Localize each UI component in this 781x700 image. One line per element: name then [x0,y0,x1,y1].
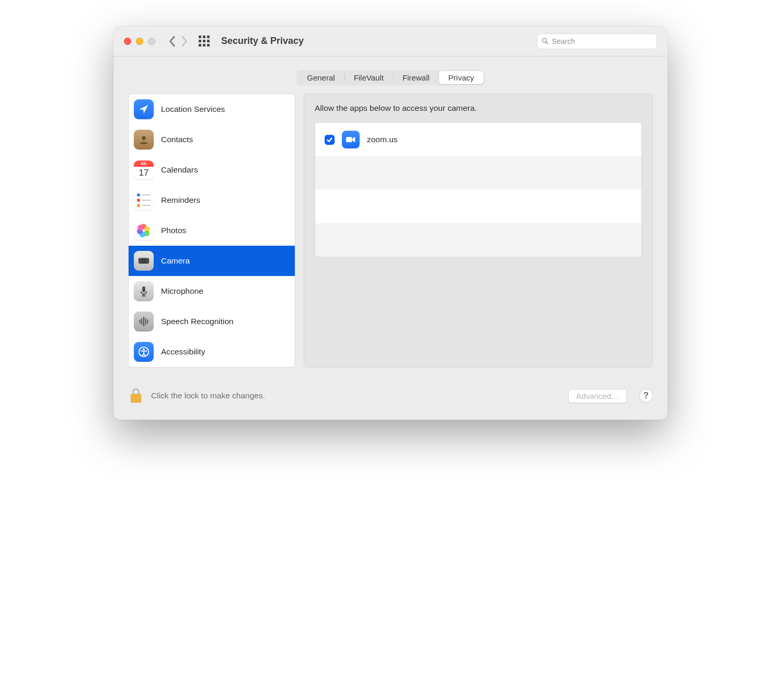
sidebar-item-accessibility[interactable]: Accessibility [129,337,295,367]
advanced-button[interactable]: Advanced… [568,389,627,403]
reminders-icon [134,190,154,210]
sidebar-item-label: Contacts [161,135,193,144]
sidebar-item-reminders[interactable]: Reminders [129,185,295,215]
panel-description: Allow the apps below to access your came… [315,104,642,113]
svg-line-1 [546,42,548,43]
nav-back-button[interactable] [167,33,178,49]
search-field-wrapper[interactable] [537,33,657,49]
speech-icon [134,312,154,331]
sidebar-item-label: Photos [161,226,186,235]
sidebar-item-label: Location Services [161,105,225,114]
tab-general[interactable]: General [297,71,344,84]
privacy-detail-panel: Allow the apps below to access your came… [304,94,653,368]
show-all-prefs-button[interactable] [196,36,212,47]
search-icon [542,37,549,45]
tabs: General FileVault Firewall Privacy [296,70,485,85]
app-name-label: zoom.us [367,135,398,144]
svg-point-5 [143,260,145,262]
tabs-wrapper: General FileVault Firewall Privacy [113,56,668,94]
window-title: Security & Privacy [221,36,304,47]
help-button[interactable]: ? [639,389,653,403]
lock-hint-text: Click the lock to make changes. [151,391,265,400]
lock-button[interactable] [128,386,144,405]
sidebar-item-camera[interactable]: Camera [129,246,295,276]
microphone-icon [134,281,154,301]
nav-forward-button [178,33,190,49]
sidebar-item-label: Speech Recognition [161,317,234,326]
lock-icon [129,387,143,404]
svg-point-15 [143,349,145,351]
chevron-right-icon [180,36,188,47]
app-row: zoom.us [315,123,641,156]
app-permission-checkbox[interactable] [325,135,335,145]
sidebar-item-label: Accessibility [161,347,205,357]
prefs-window: Security & Privacy General FileVault Fir… [113,26,668,420]
sidebar-item-speech[interactable]: Speech Recognition [129,306,295,337]
sidebar-item-microphone[interactable]: Microphone [129,276,295,306]
app-row-empty [315,223,641,257]
sidebar-item-contacts[interactable]: Contacts [129,124,295,155]
zoom-app-icon [342,131,360,148]
grid-icon [199,36,210,47]
chevron-left-icon [169,36,176,47]
minimize-window-button[interactable] [136,38,143,45]
calendar-icon: JUL 17 [134,160,154,180]
app-row-empty [315,190,641,223]
search-input[interactable] [552,37,652,45]
tab-privacy[interactable]: Privacy [439,71,484,84]
accessibility-icon [134,342,154,362]
svg-rect-6 [142,286,145,292]
location-icon [134,99,154,119]
svg-point-2 [142,136,145,140]
titlebar: Security & Privacy [113,26,668,56]
privacy-category-list[interactable]: Location Services Contacts JUL 17 Calend… [128,94,295,368]
checkmark-icon [326,136,333,143]
content: Location Services Contacts JUL 17 Calend… [113,94,668,368]
sidebar-item-label: Calendars [161,165,198,175]
traffic-lights [124,38,155,45]
svg-rect-16 [346,137,352,142]
sidebar-item-location[interactable]: Location Services [129,94,295,124]
zoom-window-button [148,38,155,45]
sidebar-item-label: Microphone [161,286,203,296]
sidebar-item-calendars[interactable]: JUL 17 Calendars [129,155,295,185]
sidebar-item-label: Camera [161,256,190,266]
sidebar-item-label: Reminders [161,196,200,205]
photos-icon [134,221,154,240]
sidebar-item-photos[interactable]: Photos [129,215,295,246]
tab-filevault[interactable]: FileVault [344,71,393,84]
camera-app-list[interactable]: zoom.us [315,122,642,257]
app-row-empty [315,156,641,190]
footer: Click the lock to make changes. Advanced… [113,368,668,420]
close-window-button[interactable] [124,38,131,45]
contacts-icon [134,130,154,150]
camera-icon [134,251,154,271]
tab-firewall[interactable]: Firewall [393,71,439,84]
